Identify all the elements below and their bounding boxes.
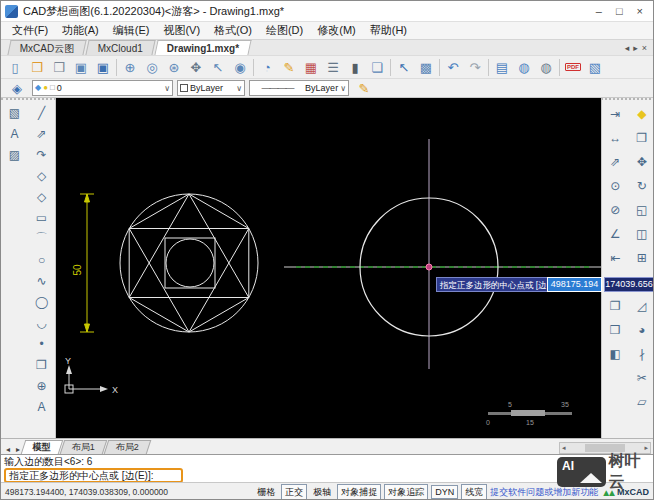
print-button[interactable]: ▤ [491, 57, 513, 78]
export-image-button[interactable]: ▧ [584, 57, 606, 78]
redo-button[interactable]: ↷ [464, 57, 486, 78]
status-toggle-对象捕捉[interactable]: 对象捕捉 [337, 484, 381, 500]
menu-item-3[interactable]: 视图(V) [156, 22, 207, 39]
draw-polygon-button[interactable]: ◇ [30, 186, 54, 207]
zoom-previous-button[interactable]: ◔ [256, 57, 278, 78]
menu-item-0[interactable]: 文件(F) [5, 22, 55, 39]
status-toggle-极轴[interactable]: 极轴 [310, 485, 334, 500]
open-drawing-button[interactable]: ❒ [26, 57, 48, 78]
pan-button[interactable]: ✥ [185, 57, 207, 78]
trim-button[interactable]: ✂ [630, 366, 654, 390]
dynamic-input-x-field[interactable]: 498175.194 [547, 277, 602, 292]
insert-raster-image-button[interactable]: ▧ [3, 102, 27, 123]
chamfer-button[interactable]: ◿ [630, 294, 654, 318]
draworder-back-button[interactable]: ❒ [603, 318, 627, 342]
text-style-button[interactable]: A [3, 123, 27, 144]
dim-baseline-button[interactable]: ⇤ [603, 246, 627, 270]
layer-combo[interactable]: ◆●□ 0 ∨ [32, 80, 173, 96]
draworder-front-button[interactable]: ❐ [603, 294, 627, 318]
status-toggle-正交[interactable]: 正交 [281, 484, 307, 500]
draw-line-button[interactable]: ╱ [30, 102, 54, 123]
undo-button[interactable]: ↶ [442, 57, 464, 78]
array-button[interactable]: ⊞ [630, 246, 654, 270]
tab-close-icon[interactable]: × [642, 43, 647, 53]
copy-object-button[interactable]: ❐ [30, 354, 54, 375]
erase-button[interactable]: ◆ [630, 102, 654, 126]
menu-item-7[interactable]: 帮助(H) [363, 22, 414, 39]
hatch-button[interactable]: ▨ [3, 144, 27, 165]
draw-point-button[interactable]: • [30, 333, 54, 354]
draw-polygon-inscribed-button[interactable]: ◇ [30, 165, 54, 186]
zoom-window-button[interactable]: ⊕ [119, 57, 141, 78]
linetype-list-button[interactable]: ☰ [322, 57, 344, 78]
layout-window-button[interactable]: ❏ [366, 57, 388, 78]
draw-arc-3pt-button[interactable]: ⌒ [30, 228, 54, 249]
layout-tab-布局1[interactable]: 布局1 [60, 440, 108, 454]
dim-aligned-button[interactable]: ⇗ [603, 150, 627, 174]
properties-palette-button[interactable]: ▩ [415, 57, 437, 78]
color-combo[interactable]: ByLayer ∨ [177, 80, 245, 96]
tab-scroll-right-icon[interactable]: ▸ [633, 43, 638, 53]
offset-button[interactable]: ◫ [630, 222, 654, 246]
select-button[interactable]: ↖ [393, 57, 415, 78]
dim-linear-button[interactable]: ↔ [603, 126, 627, 150]
draw-arc-button[interactable]: ↷ [30, 144, 54, 165]
zoom-object-button[interactable]: ◉ [229, 57, 251, 78]
break-button[interactable]: ∤ [630, 342, 654, 366]
zoom-dynamic-button[interactable]: ◎ [141, 57, 163, 78]
draw-text-button[interactable]: A [30, 396, 54, 417]
web-globe-button[interactable]: ◍ [535, 57, 557, 78]
color-table-button[interactable]: ▦ [300, 57, 322, 78]
status-toggle-对象追踪[interactable]: 对象追踪 [384, 484, 428, 500]
layout-tab-布局2[interactable]: 布局2 [104, 440, 152, 454]
draw-ellipse-button[interactable]: ◯ [30, 291, 54, 312]
dim-quick-button[interactable]: ⇥ [603, 102, 627, 126]
maximize-button[interactable]: □ [616, 5, 623, 17]
insert-block-button[interactable]: ⊕ [30, 375, 54, 396]
close-button[interactable]: × [637, 5, 643, 17]
minimize-button[interactable]: – [596, 5, 602, 17]
status-toggle-DYN[interactable]: DYN [431, 485, 458, 499]
layout-nav-left-icon[interactable]: ◂ [3, 445, 13, 454]
linetype-combo[interactable]: ———— ByLayer ∨ [249, 80, 349, 96]
view-3d-box-button[interactable]: ◧ [603, 342, 627, 366]
publish-web-button[interactable]: ◍ [513, 57, 535, 78]
dynamic-input-y-field[interactable]: 174039.656 [604, 277, 654, 292]
region-button[interactable]: ▱ [630, 390, 654, 414]
zoom-scale-button[interactable]: ↖ [207, 57, 229, 78]
save-as-button[interactable]: ▣ [92, 57, 114, 78]
menu-item-5[interactable]: 绘图(D) [259, 22, 310, 39]
dim-diameter-button[interactable]: ⊘ [603, 198, 627, 222]
command-line-area[interactable]: 输入边的数目<6>: 6 指定正多边形的中心点或 [边(E)]: [1, 454, 653, 482]
copy-button[interactable]: ❐ [630, 126, 654, 150]
move-button[interactable]: ✥ [630, 150, 654, 174]
draw-rectangle-button[interactable]: ▭ [30, 207, 54, 228]
save-button[interactable]: ▣ [70, 57, 92, 78]
doc-tab-0[interactable]: MxCAD云图 [7, 40, 87, 55]
draw-circle-button[interactable]: ○ [30, 249, 54, 270]
status-toggle-栅格[interactable]: 栅格 [254, 485, 278, 500]
draw-pencil-button[interactable]: ✎ [278, 57, 300, 78]
dim-radius-button[interactable]: ⊙ [603, 174, 627, 198]
new-file-button[interactable]: ▯ [4, 57, 26, 78]
doc-tab-1[interactable]: MxCloud1 [86, 40, 156, 55]
export-pdf-button[interactable]: PDF [562, 57, 584, 78]
drawing-canvas[interactable]: 50 Y X [56, 98, 601, 438]
stretch-button[interactable]: ◱ [630, 198, 654, 222]
fillet-button[interactable]: ◕ [630, 318, 654, 342]
open-folder-button[interactable]: ❒ [48, 57, 70, 78]
layer-manager-button[interactable]: ◈ [6, 78, 28, 99]
menu-item-1[interactable]: 功能(A) [55, 22, 106, 39]
construction-line-button[interactable]: ⇗ [30, 123, 54, 144]
fill-bucket-button[interactable]: ▮ [344, 57, 366, 78]
tab-scroll-left-icon[interactable]: ◂ [625, 43, 630, 53]
rotate-button[interactable]: ↻ [630, 174, 654, 198]
menu-item-2[interactable]: 编辑(E) [106, 22, 157, 39]
zoom-extents-button[interactable]: ⊛ [163, 57, 185, 78]
menu-item-6[interactable]: 修改(M) [310, 22, 363, 39]
doc-tab-2[interactable]: Drawing1.mxg* [155, 40, 252, 55]
draw-ellipse-arc-button[interactable]: ◡ [30, 312, 54, 333]
draw-spline-button[interactable]: ∿ [30, 270, 54, 291]
edit-properties-pencil-button[interactable]: ✎ [353, 78, 375, 99]
menu-item-4[interactable]: 格式(O) [207, 22, 259, 39]
